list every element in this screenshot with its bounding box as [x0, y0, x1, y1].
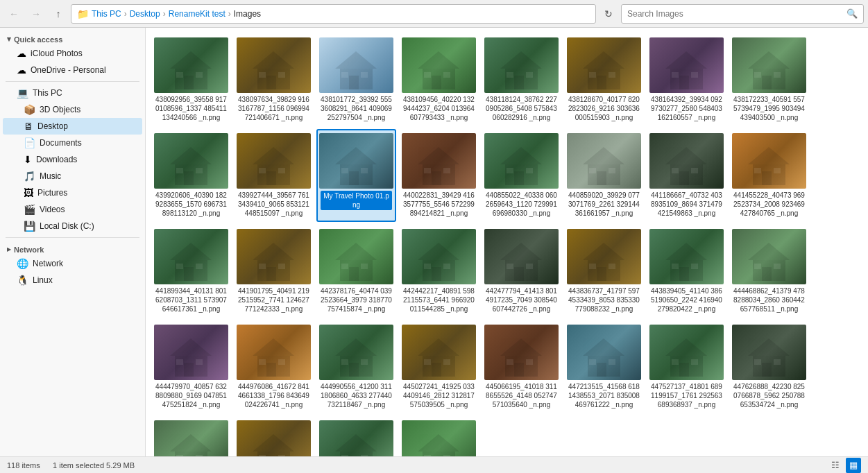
file-thumbnail: [567, 229, 641, 284]
file-name: 438118124_38762 2270905286_5408 57584306…: [486, 95, 557, 122]
file-item[interactable]: 443836737_41797 5974533439_8053 83533077…: [564, 225, 644, 318]
breadcrumb-thispc[interactable]: This PC: [92, 9, 121, 19]
sidebar-item-network[interactable]: 🌐 Network: [3, 255, 142, 272]
file-item[interactable]: 442442217_40891 5982115573_6441 96692001…: [399, 225, 479, 318]
file-name: 439920606_40390 1829283655_1570 69673189…: [155, 191, 227, 218]
file-item[interactable]: 444479970_40857 6328809880_9169 04785147…: [151, 320, 231, 413]
file-name: 442477794_41413 8014917235_7049 30854060…: [486, 286, 557, 313]
file-item[interactable]: 448144497_41988 2527685585_1559 81524329…: [316, 416, 396, 456]
svg-rect-102: [514, 267, 524, 281]
svg-marker-141: [500, 338, 542, 356]
address-bar[interactable]: 📁 This PC › Desktop › RenameKit test › I…: [71, 4, 596, 24]
sidebar-item-label: Linux: [33, 275, 53, 285]
svg-rect-54: [341, 168, 348, 173]
svg-rect-119: [754, 264, 761, 269]
file-item[interactable]: 444976086_41672 8414661338_1796 84364902…: [234, 320, 314, 413]
forward-button[interactable]: →: [26, 4, 46, 24]
svg-rect-93: [361, 264, 368, 269]
file-item[interactable]: 438097634_39829 9163167787_1156 09699472…: [234, 33, 314, 126]
file-name: 444468862_41379 4788288034_2860 36044265…: [733, 286, 805, 313]
file-item[interactable]: 440859020_39929 0773071769_2261 32914436…: [564, 129, 644, 222]
grid-view-button[interactable]: ▦: [846, 458, 861, 473]
breadcrumb-images: Images: [234, 9, 261, 19]
desktop-icon: 🖥: [24, 121, 33, 132]
file-item[interactable]: My Travel Photo 01.png: [316, 129, 396, 222]
file-item[interactable]: 438092956_39558 9170108596_1337 48541113…: [151, 33, 231, 126]
file-item[interactable]: 447213515_41568 6181438553_2071 83500846…: [564, 320, 644, 413]
svg-rect-174: [341, 455, 348, 456]
sidebar-item-icloud[interactable]: ☁ iCloud Photos: [3, 45, 142, 62]
sidebar-item-downloads[interactable]: ⬇ Downloads: [3, 151, 142, 168]
file-name: 441455228_40473 9692523734_2008 92346942…: [733, 191, 805, 218]
file-item[interactable]: 438109456_40220 1329444237_6204 01396460…: [399, 33, 479, 126]
sidebar-item-videos[interactable]: 🎬 Videos: [3, 201, 142, 218]
file-item[interactable]: 448142718_42171 6580829188_1163 63757433…: [234, 416, 314, 456]
sidebar-item-onedrive[interactable]: ☁ OneDrive - Personal: [3, 62, 142, 78]
sidebar-item-music[interactable]: 🎵 Music: [3, 168, 142, 184]
file-item[interactable]: 442477794_41413 8014917235_7049 30854060…: [482, 225, 561, 318]
svg-rect-97: [432, 267, 441, 281]
svg-marker-26: [583, 51, 624, 69]
svg-marker-166: [253, 434, 294, 452]
refresh-button[interactable]: ↻: [599, 4, 618, 24]
file-item[interactable]: 442378176_40474 0392523664_3979 31877075…: [316, 225, 396, 318]
sidebar-item-pictures[interactable]: 🖼 Pictures: [3, 184, 142, 201]
file-item[interactable]: 440022831_39429 4163577755_5546 57229989…: [399, 129, 479, 222]
sidebar-item-label: Local Disk (C:): [40, 221, 94, 231]
file-item[interactable]: 438118124_38762 2270905286_5408 57584306…: [482, 33, 561, 126]
file-item[interactable]: 441455228_40473 9692523734_2008 92346942…: [729, 129, 809, 222]
file-item[interactable]: 443839405_41140 3865190650_2242 41694027…: [647, 225, 726, 318]
back-button[interactable]: ←: [4, 4, 24, 24]
search-input[interactable]: [627, 9, 844, 19]
file-item[interactable]: 447527137_41801 6891199157_1761 29256368…: [647, 320, 726, 413]
sidebar-item-3dobjects[interactable]: 📦 3D Objects: [3, 101, 142, 118]
sidebar-item-documents[interactable]: 📄 Documents: [3, 135, 142, 151]
sidebar-item-desktop[interactable]: 🖥 Desktop: [3, 118, 142, 135]
svg-marker-61: [500, 147, 542, 164]
svg-rect-73: [691, 168, 698, 173]
svg-marker-31: [665, 51, 707, 69]
file-item[interactable]: 441899344_40131 8016208703_1311 57390764…: [151, 225, 231, 318]
sidebar-item-localc[interactable]: 💾 Local Disk (C:): [3, 218, 142, 234]
up-button[interactable]: ↑: [49, 4, 68, 24]
file-item[interactable]: 438128670_40177 8202823026_9216 30363600…: [564, 33, 644, 126]
sidebar-item-label: Downloads: [36, 155, 77, 164]
file-thumbnail: [402, 133, 476, 189]
sidebar-item-thispc[interactable]: 💻 This PC: [3, 85, 142, 101]
svg-marker-121: [170, 338, 212, 356]
file-item[interactable]: 439920606_40390 1829283655_1570 69673189…: [151, 129, 231, 222]
file-item[interactable]: 448163588_42061 6254278879_5797 68178026…: [399, 416, 479, 456]
svg-rect-79: [754, 168, 761, 173]
search-box[interactable]: 🔍: [621, 4, 864, 24]
svg-rect-38: [774, 72, 781, 78]
file-thumbnail: [484, 325, 559, 380]
breadcrumb-desktop[interactable]: Desktop: [130, 9, 160, 19]
sidebar-item-label: Music: [40, 171, 61, 181]
breadcrumb-renamekit[interactable]: RenameKit test: [169, 9, 225, 19]
svg-rect-14: [341, 72, 348, 78]
linux-icon: 🐧: [17, 275, 28, 286]
svg-rect-63: [526, 168, 533, 173]
file-item[interactable]: 439927444_39567 7613439410_9065 85312144…: [234, 129, 314, 222]
file-item[interactable]: 445066195_41018 3118655526_4148 05274757…: [482, 320, 561, 413]
file-item[interactable]: 438172233_40591 5575739479_1995 90349443…: [729, 33, 809, 126]
documents-icon: 📄: [24, 137, 35, 148]
file-item[interactable]: 447998722_42405 1607259209_5032 78615204…: [151, 416, 231, 456]
file-item[interactable]: 440855022_40338 0602659643_1120 72999169…: [482, 129, 561, 222]
file-item[interactable]: 441901795_40491 2192515952_7741 12462777…: [234, 225, 314, 318]
file-item[interactable]: 444468862_41379 4788288034_2860 36044265…: [729, 225, 809, 318]
file-item[interactable]: 438164392_39934 0929730277_2580 54840316…: [647, 33, 726, 126]
file-item[interactable]: 447626888_42230 8250766878_5962 25078865…: [729, 320, 809, 413]
file-item[interactable]: 441186667_40732 4038935109_8694 37147942…: [647, 129, 726, 222]
list-view-button[interactable]: ☷: [828, 458, 843, 473]
svg-marker-1: [170, 51, 212, 69]
svg-rect-3: [196, 72, 203, 78]
file-item[interactable]: 438101772_39392 5553608291_8641 40906925…: [316, 33, 396, 126]
file-item[interactable]: 445027241_41925 0334409146_2812 31281757…: [399, 320, 479, 413]
svg-marker-21: [500, 51, 542, 69]
svg-rect-64: [507, 168, 513, 173]
file-item[interactable]: 444990556_41200 3111806860_4633 27744073…: [316, 320, 396, 413]
svg-marker-86: [253, 243, 294, 260]
sidebar-item-linux[interactable]: 🐧 Linux: [3, 272, 142, 289]
sidebar-item-label: Pictures: [37, 188, 67, 198]
